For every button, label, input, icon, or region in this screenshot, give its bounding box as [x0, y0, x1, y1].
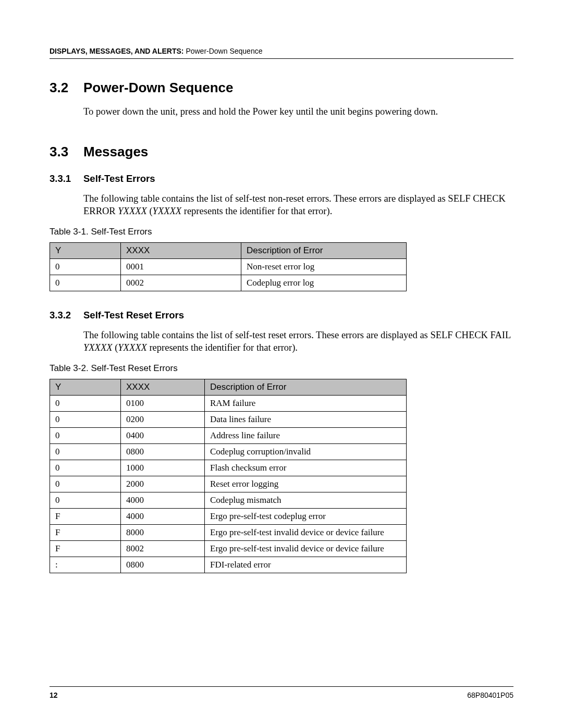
table-cell: 0	[50, 412, 121, 428]
heading-number: 3.3.2	[50, 310, 83, 321]
table-cell: 0002	[121, 275, 241, 291]
table-cell: Ergo pre-self-test invalid device or dev…	[205, 525, 407, 541]
table-header: Y	[50, 379, 121, 396]
table-row: 04000Codeplug mismatch	[50, 492, 407, 509]
table-cell: F	[50, 509, 121, 525]
table-cell: Ergo pre-self-test codeplug error	[205, 509, 407, 525]
table-row: 00001Non-reset error log	[50, 259, 407, 275]
table-header: Y	[50, 243, 121, 259]
table-row: 00002Codeplug error log	[50, 275, 407, 291]
paragraph: The following table contains the list of…	[83, 329, 513, 354]
table-cell: 4000	[121, 509, 205, 525]
table-cell: 0	[50, 428, 121, 444]
table-row: F8002Ergo pre-self-test invalid device o…	[50, 541, 407, 557]
heading-3-3: 3.3 Messages	[50, 144, 513, 160]
header-chapter: DISPLAYS, MESSAGES, AND ALERTS:	[50, 47, 183, 55]
table-header: XXXX	[121, 379, 205, 396]
table-self-test-reset-errors: Y XXXX Description of Error 00100RAM fai…	[50, 379, 407, 573]
heading-3-2: 3.2 Power-Down Sequence	[50, 80, 513, 96]
table-cell: Address line failure	[205, 428, 407, 444]
running-header: DISPLAYS, MESSAGES, AND ALERTS: Power-Do…	[50, 47, 513, 59]
header-section-text: Power-Down Sequence	[186, 47, 262, 55]
page-number: 12	[50, 691, 58, 699]
table-cell: 0800	[121, 557, 205, 573]
heading-3-3-1: 3.3.1 Self-Test Errors	[50, 173, 513, 184]
table-row: 02000Reset error logging	[50, 476, 407, 492]
table-header: XXXX	[121, 243, 241, 259]
table-row: 00400Address line failure	[50, 428, 407, 444]
table-row: 00200Data lines failure	[50, 412, 407, 428]
table-cell: 8000	[121, 525, 205, 541]
table-cell: 8002	[121, 541, 205, 557]
table-cell: 0400	[121, 428, 205, 444]
table-self-test-errors: Y XXXX Description of Error 00001Non-res…	[50, 242, 407, 291]
table-cell: Reset error logging	[205, 476, 407, 492]
table-cell: Ergo pre-self-test invalid device or dev…	[205, 541, 407, 557]
paragraph: The following table contains the list of…	[83, 192, 513, 217]
table-cell: 1000	[121, 460, 205, 476]
table-cell: Data lines failure	[205, 412, 407, 428]
table-caption: Table 3-2. Self-Test Reset Errors	[50, 363, 513, 374]
table-cell: 0800	[121, 444, 205, 460]
table-header: Description of Error	[241, 243, 407, 259]
heading-title: Power-Down Sequence	[83, 80, 234, 96]
table-cell: 0200	[121, 412, 205, 428]
table-cell: Codeplug error log	[241, 275, 407, 291]
table-cell: 0	[50, 444, 121, 460]
table-cell: F	[50, 541, 121, 557]
table-cell: 0	[50, 396, 121, 412]
table-cell: 0	[50, 275, 121, 291]
document-number: 68P80401P05	[467, 691, 513, 699]
table-cell: 0100	[121, 396, 205, 412]
table-cell: FDI-related error	[205, 557, 407, 573]
heading-title: Self-Test Reset Errors	[83, 310, 184, 321]
heading-number: 3.3.1	[50, 173, 83, 184]
heading-3-3-2: 3.3.2 Self-Test Reset Errors	[50, 310, 513, 321]
table-cell: :	[50, 557, 121, 573]
table-cell: 4000	[121, 492, 205, 509]
table-row: F4000Ergo pre-self-test codeplug error	[50, 509, 407, 525]
heading-title: Messages	[83, 144, 148, 160]
table-cell: 0	[50, 259, 121, 275]
table-cell: Codeplug mismatch	[205, 492, 407, 509]
table-cell: 0001	[121, 259, 241, 275]
table-cell: 0	[50, 492, 121, 509]
table-cell: RAM failure	[205, 396, 407, 412]
table-cell: Codeplug corruption/invalid	[205, 444, 407, 460]
table-row: :0800FDI-related error	[50, 557, 407, 573]
table-row: F8000Ergo pre-self-test invalid device o…	[50, 525, 407, 541]
heading-number: 3.2	[50, 80, 83, 96]
table-row: 01000Flash checksum error	[50, 460, 407, 476]
page-footer: 12 68P80401P05	[50, 686, 513, 699]
table-caption: Table 3-1. Self-Test Errors	[50, 227, 513, 237]
paragraph: To power down the unit, press and hold t…	[83, 105, 513, 118]
table-cell: Flash checksum error	[205, 460, 407, 476]
table-row: 00100RAM failure	[50, 396, 407, 412]
table-cell: 0	[50, 476, 121, 492]
table-header: Description of Error	[205, 379, 407, 396]
table-row: 00800Codeplug corruption/invalid	[50, 444, 407, 460]
table-cell: 2000	[121, 476, 205, 492]
table-cell: Non-reset error log	[241, 259, 407, 275]
table-cell: F	[50, 525, 121, 541]
heading-title: Self-Test Errors	[83, 173, 155, 184]
table-cell: 0	[50, 460, 121, 476]
heading-number: 3.3	[50, 144, 83, 160]
